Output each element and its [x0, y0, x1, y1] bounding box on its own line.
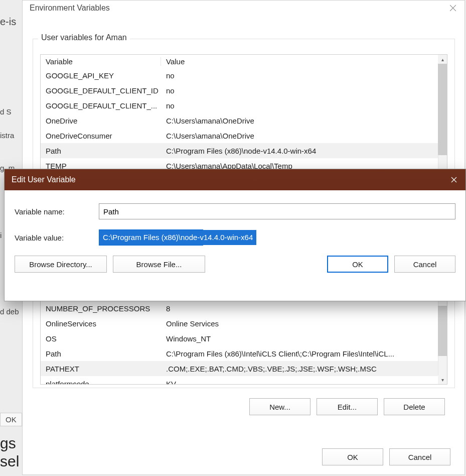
table-row[interactable]: GOOGLE_DEFAULT_CLIENT_IDno: [41, 83, 438, 98]
variable-value-label: Variable value:: [15, 233, 99, 242]
cell-value: KV: [161, 380, 438, 385]
bg-hint: d S: [0, 107, 12, 116]
cell-variable: Path: [41, 349, 161, 358]
cell-variable: OneDriveConsumer: [41, 132, 161, 140]
scroll-thumb[interactable]: [438, 306, 447, 356]
env-title: Environment Variables: [30, 4, 110, 13]
table-row[interactable]: OSWindows_NT: [41, 331, 438, 346]
table-row[interactable]: PATHEXT.COM;.EXE;.BAT;.CMD;.VBS;.VBE;.JS…: [41, 361, 438, 376]
bg-hint: sel: [0, 453, 19, 470]
scroll-down-icon[interactable]: ▾: [438, 375, 447, 384]
bg-hint: e-is: [0, 16, 16, 28]
table-row[interactable]: platformcodeKV: [41, 376, 438, 384]
delete-button[interactable]: Delete: [384, 398, 445, 415]
close-icon[interactable]: [442, 169, 465, 190]
system-buttons-row: New... Edit... Delete: [33, 398, 454, 415]
cell-value: no: [161, 71, 438, 80]
browse-file-button[interactable]: Browse File...: [113, 256, 205, 273]
edit-user-variable-dialog: Edit User Variable Variable name: Variab…: [4, 169, 466, 301]
bg-ok-button[interactable]: OK: [0, 413, 22, 426]
env-okcancel-row: OK Cancel: [322, 448, 450, 465]
bg-hint: d deb: [0, 307, 19, 316]
variable-value-input[interactable]: [99, 229, 203, 246]
dialog-titlebar[interactable]: Edit User Variable: [5, 169, 465, 190]
cell-variable: GOOGLE_DEFAULT_CLIENT_ID: [41, 86, 161, 95]
cell-value: C:\Users\amana\OneDrive: [161, 132, 438, 140]
cell-variable: NUMBER_OF_PROCESSORS: [41, 304, 161, 313]
edit-button[interactable]: Edit...: [317, 398, 378, 415]
ok-button[interactable]: OK: [322, 448, 383, 465]
table-row[interactable]: PathC:\Program Files (x86)\Intel\iCLS Cl…: [41, 346, 438, 361]
table-row[interactable]: OnlineServicesOnline Services: [41, 316, 438, 331]
cell-value: .COM;.EXE;.BAT;.CMD;.VBS;.VBE;.JS;.JSE;.…: [161, 365, 438, 373]
close-icon[interactable]: [448, 4, 457, 13]
table-row[interactable]: PathC:\Program Files (x86)\node-v14.4.0-…: [41, 143, 438, 158]
env-titlebar[interactable]: Environment Variables: [23, 1, 464, 16]
col-variable[interactable]: Variable: [41, 57, 161, 66]
cell-value: C:\Program Files (x86)\Intel\iCLS Client…: [161, 349, 438, 358]
cell-variable: Path: [41, 147, 161, 155]
scroll-thumb[interactable]: [438, 64, 447, 155]
user-group-legend: User variables for Aman: [38, 33, 130, 42]
user-variables-table[interactable]: Variable Value GOOGLE_API_KEYnoGOOGLE_DE…: [40, 54, 447, 179]
cell-variable: platformcode: [41, 380, 161, 385]
cell-variable: GOOGLE_DEFAULT_CLIENT_...: [41, 101, 161, 110]
col-value[interactable]: Value: [161, 57, 447, 66]
cell-variable: PATHEXT: [41, 365, 161, 373]
ok-button[interactable]: OK: [327, 256, 388, 273]
bg-hint: gs: [0, 435, 16, 452]
system-variables-table[interactable]: NUMBER_OF_PROCESSORS8OnlineServicesOnlin…: [40, 300, 447, 385]
cancel-button[interactable]: Cancel: [394, 256, 455, 273]
cancel-button[interactable]: Cancel: [389, 448, 450, 465]
table-row[interactable]: GOOGLE_API_KEYno: [41, 68, 438, 83]
cell-value: no: [161, 86, 438, 95]
bg-hint: istra: [0, 131, 14, 140]
new-button[interactable]: New...: [249, 398, 310, 415]
dialog-title: Edit User Variable: [12, 175, 76, 184]
table-row[interactable]: GOOGLE_DEFAULT_CLIENT_...no: [41, 98, 438, 113]
system-variables-group: NUMBER_OF_PROCESSORS8OnlineServicesOnlin…: [33, 297, 455, 388]
cell-variable: OneDrive: [41, 116, 161, 125]
table-row[interactable]: OneDriveC:\Users\amana\OneDrive: [41, 113, 438, 128]
variable-name-label: Variable name:: [15, 207, 99, 216]
cell-variable: GOOGLE_API_KEY: [41, 71, 161, 80]
scroll-up-icon[interactable]: ▴: [438, 55, 447, 64]
cell-value: Windows_NT: [161, 334, 438, 343]
scrollbar[interactable]: ▴ ▾: [438, 55, 447, 178]
scrollbar[interactable]: ▾: [438, 301, 447, 384]
cell-value: 8: [161, 304, 438, 313]
variable-name-input[interactable]: [99, 203, 455, 219]
user-variables-group: User variables for Aman Variable Value G…: [33, 39, 455, 186]
cell-value: C:\Program Files (x86)\node-v14.4.0-win-…: [161, 147, 438, 155]
cell-value: no: [161, 101, 438, 110]
table-row[interactable]: OneDriveConsumerC:\Users\amana\OneDrive: [41, 128, 438, 143]
cell-variable: OnlineServices: [41, 319, 161, 328]
cell-variable: OS: [41, 334, 161, 343]
table-header[interactable]: Variable Value: [41, 55, 447, 68]
browse-directory-button[interactable]: Browse Directory...: [15, 256, 107, 273]
cell-value: C:\Users\amana\OneDrive: [161, 116, 438, 125]
bg-hint: i: [0, 231, 2, 240]
cell-value: Online Services: [161, 319, 438, 328]
table-row[interactable]: NUMBER_OF_PROCESSORS8: [41, 301, 438, 316]
